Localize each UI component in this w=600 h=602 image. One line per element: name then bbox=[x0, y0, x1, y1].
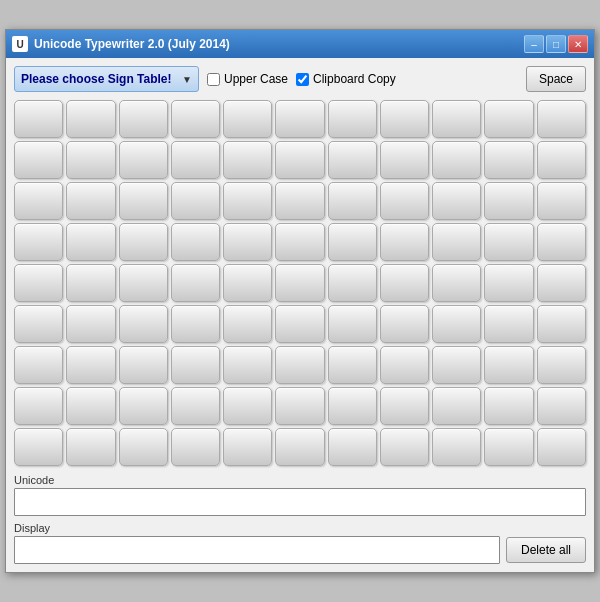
key-button[interactable] bbox=[66, 387, 115, 425]
space-button[interactable]: Space bbox=[526, 66, 586, 92]
sign-table-dropdown[interactable]: Please choose Sign Table! ▼ bbox=[14, 66, 199, 92]
key-button[interactable] bbox=[537, 346, 586, 384]
key-button[interactable] bbox=[328, 305, 377, 343]
key-button[interactable] bbox=[432, 346, 481, 384]
key-button[interactable] bbox=[171, 428, 220, 466]
key-button[interactable] bbox=[119, 100, 168, 138]
key-button[interactable] bbox=[432, 387, 481, 425]
minimize-button[interactable]: – bbox=[524, 35, 544, 53]
key-button[interactable] bbox=[484, 223, 533, 261]
key-button[interactable] bbox=[14, 141, 63, 179]
key-button[interactable] bbox=[171, 223, 220, 261]
key-button[interactable] bbox=[537, 387, 586, 425]
key-button[interactable] bbox=[537, 141, 586, 179]
clipboard-copy-checkbox[interactable] bbox=[296, 73, 309, 86]
key-button[interactable] bbox=[171, 182, 220, 220]
key-button[interactable] bbox=[171, 100, 220, 138]
key-button[interactable] bbox=[14, 428, 63, 466]
display-input[interactable] bbox=[14, 536, 500, 564]
key-button[interactable] bbox=[432, 100, 481, 138]
key-button[interactable] bbox=[484, 141, 533, 179]
key-button[interactable] bbox=[275, 387, 324, 425]
key-button[interactable] bbox=[537, 428, 586, 466]
key-button[interactable] bbox=[275, 346, 324, 384]
key-button[interactable] bbox=[380, 346, 429, 384]
key-button[interactable] bbox=[537, 264, 586, 302]
key-button[interactable] bbox=[66, 428, 115, 466]
key-button[interactable] bbox=[66, 100, 115, 138]
key-button[interactable] bbox=[14, 346, 63, 384]
key-button[interactable] bbox=[171, 346, 220, 384]
key-button[interactable] bbox=[66, 223, 115, 261]
key-button[interactable] bbox=[223, 223, 272, 261]
key-button[interactable] bbox=[432, 141, 481, 179]
key-button[interactable] bbox=[537, 223, 586, 261]
key-button[interactable] bbox=[66, 305, 115, 343]
key-button[interactable] bbox=[223, 428, 272, 466]
close-button[interactable]: ✕ bbox=[568, 35, 588, 53]
key-button[interactable] bbox=[119, 387, 168, 425]
clipboard-copy-label[interactable]: Clipboard Copy bbox=[313, 72, 396, 86]
key-button[interactable] bbox=[380, 387, 429, 425]
key-button[interactable] bbox=[380, 100, 429, 138]
key-button[interactable] bbox=[275, 141, 324, 179]
key-button[interactable] bbox=[380, 428, 429, 466]
key-button[interactable] bbox=[14, 182, 63, 220]
key-button[interactable] bbox=[537, 182, 586, 220]
key-button[interactable] bbox=[14, 264, 63, 302]
key-button[interactable] bbox=[223, 100, 272, 138]
key-button[interactable] bbox=[328, 346, 377, 384]
key-button[interactable] bbox=[119, 346, 168, 384]
key-button[interactable] bbox=[14, 387, 63, 425]
key-button[interactable] bbox=[275, 305, 324, 343]
key-button[interactable] bbox=[484, 264, 533, 302]
key-button[interactable] bbox=[380, 223, 429, 261]
key-button[interactable] bbox=[432, 223, 481, 261]
key-button[interactable] bbox=[119, 223, 168, 261]
key-button[interactable] bbox=[328, 182, 377, 220]
key-button[interactable] bbox=[223, 305, 272, 343]
key-button[interactable] bbox=[380, 264, 429, 302]
delete-all-button[interactable]: Delete all bbox=[506, 537, 586, 563]
key-button[interactable] bbox=[223, 141, 272, 179]
key-button[interactable] bbox=[66, 346, 115, 384]
key-button[interactable] bbox=[275, 182, 324, 220]
key-button[interactable] bbox=[537, 100, 586, 138]
key-button[interactable] bbox=[432, 264, 481, 302]
key-button[interactable] bbox=[171, 387, 220, 425]
key-button[interactable] bbox=[328, 387, 377, 425]
key-button[interactable] bbox=[119, 428, 168, 466]
upper-case-checkbox[interactable] bbox=[207, 73, 220, 86]
upper-case-label[interactable]: Upper Case bbox=[224, 72, 288, 86]
unicode-input[interactable] bbox=[14, 488, 586, 516]
key-button[interactable] bbox=[171, 305, 220, 343]
key-button[interactable] bbox=[275, 100, 324, 138]
key-button[interactable] bbox=[380, 182, 429, 220]
key-button[interactable] bbox=[171, 141, 220, 179]
key-button[interactable] bbox=[484, 305, 533, 343]
key-button[interactable] bbox=[171, 264, 220, 302]
key-button[interactable] bbox=[380, 141, 429, 179]
key-button[interactable] bbox=[66, 141, 115, 179]
key-button[interactable] bbox=[380, 305, 429, 343]
key-button[interactable] bbox=[223, 264, 272, 302]
key-button[interactable] bbox=[484, 387, 533, 425]
key-button[interactable] bbox=[223, 182, 272, 220]
key-button[interactable] bbox=[328, 264, 377, 302]
key-button[interactable] bbox=[275, 223, 324, 261]
key-button[interactable] bbox=[275, 428, 324, 466]
key-button[interactable] bbox=[484, 428, 533, 466]
key-button[interactable] bbox=[484, 346, 533, 384]
maximize-button[interactable]: □ bbox=[546, 35, 566, 53]
key-button[interactable] bbox=[66, 182, 115, 220]
key-button[interactable] bbox=[14, 223, 63, 261]
key-button[interactable] bbox=[119, 305, 168, 343]
key-button[interactable] bbox=[432, 182, 481, 220]
key-button[interactable] bbox=[223, 346, 272, 384]
key-button[interactable] bbox=[119, 141, 168, 179]
key-button[interactable] bbox=[66, 264, 115, 302]
key-button[interactable] bbox=[328, 141, 377, 179]
key-button[interactable] bbox=[537, 305, 586, 343]
key-button[interactable] bbox=[14, 100, 63, 138]
key-button[interactable] bbox=[432, 428, 481, 466]
